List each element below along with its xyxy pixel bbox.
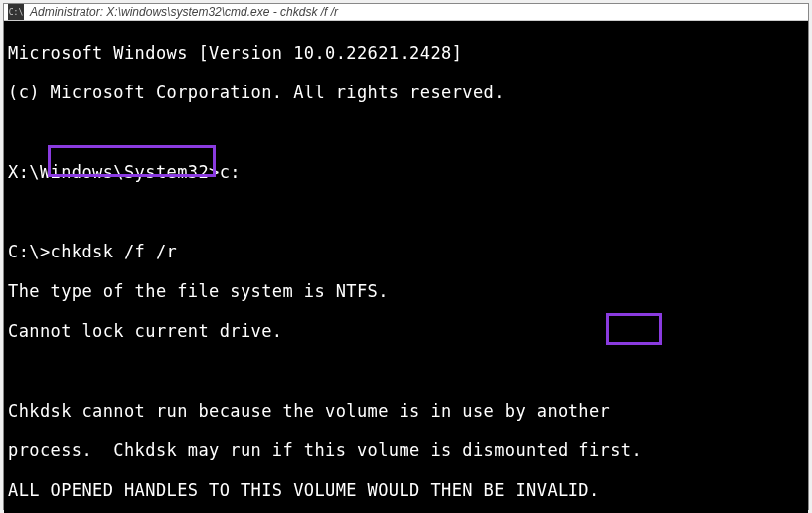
window-title: Administrator: X:\windows\system32\cmd.e… [30,5,338,19]
output-line [8,202,804,222]
output-line: Microsoft Windows [Version 10.0.22621.24… [8,43,804,63]
output-line: process. Chkdsk may run if this volume i… [8,440,804,460]
prompt-line: C:\>chkdsk /f /r [8,242,804,261]
output-line: Chkdsk cannot run because the volume is … [8,401,804,421]
output-line: ALL OPENED HANDLES TO THIS VOLUME WOULD … [8,480,804,500]
terminal-output[interactable]: Microsoft Windows [Version 10.0.22621.24… [4,21,808,513]
output-line [8,122,804,142]
output-line: The type of the file system is NTFS. [8,281,804,301]
output-line [8,361,804,381]
titlebar[interactable]: C:\ Administrator: X:\windows\system32\c… [4,4,808,21]
prompt-line: X:\Windows\System32>c: [8,162,804,182]
output-line: Cannot lock current drive. [8,321,804,341]
cmd-window: C:\ Administrator: X:\windows\system32\c… [3,3,809,510]
output-line: (c) Microsoft Corporation. All rights re… [8,83,804,102]
cmd-icon: C:\ [8,4,24,20]
